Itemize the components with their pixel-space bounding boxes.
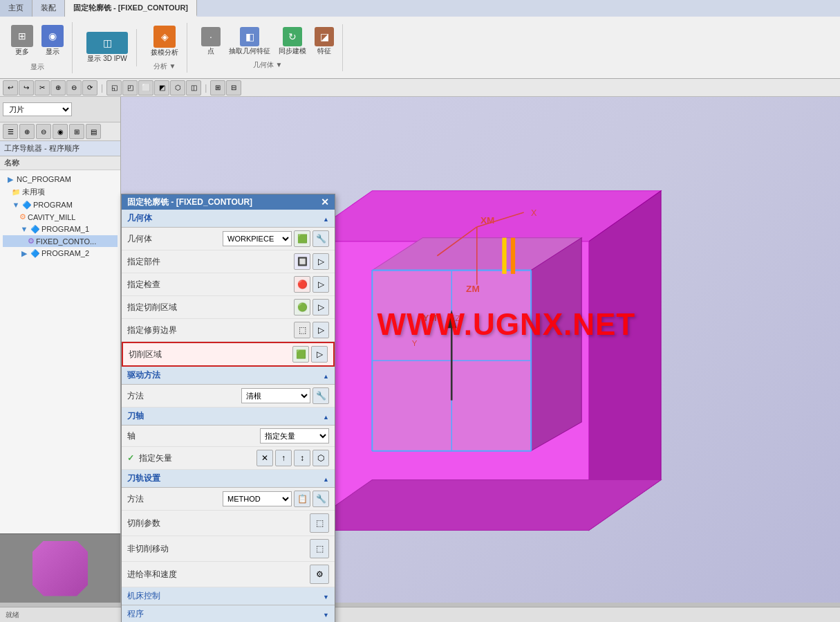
drive-method-dropdown[interactable]: 清根	[241, 388, 310, 403]
tool-dropdown[interactable]: 刀片	[3, 102, 72, 116]
geom-icon-btn2[interactable]: 🔧	[312, 230, 329, 247]
noncutmove-icon[interactable]: ⬚	[310, 539, 329, 558]
tb-btn-view4[interactable]: ◩	[154, 80, 169, 95]
cutarea-icon1[interactable]: 🟩	[292, 346, 309, 363]
tb-btn-5[interactable]: ⊖	[66, 80, 82, 95]
tb-btn-1[interactable]: ↩	[3, 80, 18, 95]
cutparam-icon[interactable]: ⬚	[310, 513, 329, 533]
tree-item-unused[interactable]: 📁 未用项	[3, 185, 118, 199]
drive-section-header[interactable]: 驱动方法	[122, 367, 335, 385]
ribbon-btn-extract[interactable]: ◧ 抽取几何特征	[226, 26, 273, 57]
tb-btn-view3[interactable]: ⬜	[138, 80, 153, 95]
tp-method-icon1[interactable]: 📋	[294, 491, 310, 507]
tab-assembly[interactable]: 装配	[32, 0, 65, 17]
tp-method-icon2[interactable]: 🔧	[312, 491, 329, 507]
toolpath-row-method: 方法 METHOD 📋 🔧	[122, 488, 335, 511]
vector-icon1[interactable]: ✕	[256, 450, 273, 466]
ribbon-btn-sync[interactable]: ↻ 同步建模	[276, 26, 309, 57]
drive-method-icon[interactable]: 🔧	[312, 387, 329, 404]
program2-icon: ▶	[19, 248, 29, 258]
unused-label: 未用项	[22, 187, 45, 197]
feedrate-icon[interactable]: ⚙	[310, 565, 329, 584]
trim-controls: ⬚ ▷	[294, 322, 329, 338]
ribbon-btn-3dipw[interactable]: ◫ 显示 3D IPW	[84, 30, 131, 65]
tree-item-nc[interactable]: ▶ NC_PROGRAM	[3, 173, 118, 185]
drive-method-label: 方法	[127, 390, 241, 402]
tb-left-4[interactable]: ⊞	[69, 124, 84, 139]
tb-btn-snap1[interactable]: ⊞	[210, 80, 225, 95]
tb-btn-4[interactable]: ⊕	[50, 80, 66, 95]
tb-btn-view6[interactable]: ◫	[186, 80, 201, 95]
toolaxis-row-vector: ✓ 指定矢量 ✕ ↑ ↕ ⬡	[122, 447, 335, 470]
vector-icon3[interactable]: ↕	[294, 450, 310, 466]
ribbon-section-geometry: · 点 ◧ 抽取几何特征 ↻ 同步建模 ◪ 特征 几何体 ▼	[193, 24, 343, 71]
geom-dropdown[interactable]: WORKPIECE	[223, 231, 292, 246]
tree-item-program1[interactable]: ▼ 🔷 PROGRAM_1	[3, 223, 118, 235]
tab-active[interactable]: 固定轮廓铣 - [FIXED_CONTOUR]	[65, 0, 197, 17]
cut-icon1[interactable]: 🟢	[294, 299, 310, 315]
tb-left-1[interactable]: ⊕	[19, 124, 35, 139]
tb-left-3[interactable]: ◉	[53, 124, 68, 139]
tb-btn-view2[interactable]: ◰	[122, 80, 138, 95]
geometry-section-header[interactable]: 几何体	[122, 210, 335, 228]
tb-menu[interactable]: ☰	[3, 124, 18, 139]
tree-item-fixed[interactable]: ⚙ FIXED_CONTO...	[3, 235, 118, 247]
program-icon: ▼	[11, 200, 21, 210]
tb-btn-snap2[interactable]: ⊟	[226, 80, 241, 95]
geom-icon-btn1[interactable]: 🟩	[294, 230, 310, 247]
toolpath-section-header[interactable]: 刀轨设置	[122, 470, 335, 488]
program2-label: PROGRAM_2	[41, 249, 89, 257]
main-ribbon: ⊞ 更多 ◉ 显示 显示 ◫ 显示 3D IPW ◈ 拨模分析 分析 ▼ · 点	[0, 17, 840, 79]
dialog-body: 几何体 几何体 WORKPIECE 🟩 🔧 指定部件 🔲	[122, 210, 335, 622]
thumbnail-shape	[32, 541, 88, 596]
ribbon-btn-more[interactable]: ⊞ 更多	[8, 24, 36, 58]
tb-btn-3[interactable]: ✂	[35, 80, 50, 95]
ribbon-btn-point[interactable]: · 点	[198, 26, 223, 57]
trim-icon2[interactable]: ▷	[312, 322, 329, 338]
part-icon2[interactable]: ▷	[312, 253, 329, 270]
tp-method-dropdown[interactable]: METHOD	[223, 491, 292, 506]
dialog-close-btn[interactable]: ✕	[321, 196, 329, 208]
tb-btn-2[interactable]: ↪	[19, 80, 34, 95]
program-badge: 🔷	[22, 201, 32, 210]
display-icon: ◉	[41, 25, 64, 47]
tool-selector-area: 刀片	[0, 97, 120, 122]
tb-btn-view5[interactable]: ⬡	[170, 80, 185, 95]
axis-dropdown[interactable]: 指定矢量	[260, 428, 329, 443]
program-section[interactable]: 程序	[122, 605, 335, 622]
more-icon: ⊞	[11, 25, 33, 47]
tb-left-5[interactable]: ▤	[86, 124, 101, 139]
feedrate-controls: ⚙	[310, 565, 329, 584]
tb-btn-6[interactable]: ⟳	[82, 80, 97, 95]
part-icon1[interactable]: 🔲	[294, 253, 310, 270]
geom-controls: WORKPIECE 🟩 🔧	[223, 230, 329, 247]
tb-left-2[interactable]: ⊖	[36, 124, 51, 139]
ribbon-section-analysis: ◈ 拨模分析 分析 ▼	[142, 23, 187, 73]
ribbon-btn-display[interactable]: ◉ 显示	[39, 24, 66, 58]
tree-item-program2[interactable]: ▶ 🔷 PROGRAM_2	[3, 247, 118, 259]
ribbon-btn-feature[interactable]: ◪ 特征	[312, 26, 337, 57]
trim-icon1[interactable]: ⬚	[294, 322, 310, 338]
tree-item-cavity[interactable]: ⚙ CAVITY_MILL	[3, 211, 118, 223]
toolaxis-section-header[interactable]: 刀轴	[122, 408, 335, 426]
cavity-icon: ⚙	[19, 212, 26, 221]
vector-icon2[interactable]: ↑	[275, 450, 292, 466]
cut-icon2[interactable]: ▷	[312, 299, 329, 315]
check-icon1[interactable]: 🔴	[294, 276, 310, 293]
tb-btn-view1[interactable]: ◱	[106, 80, 122, 95]
nav-title: 工序导航器 - 程序顺序	[0, 141, 120, 156]
fixed-contour-dialog: 固定轮廓铣 - [FIXED_CONTOUR] ✕ 几何体 几何体 WORKPI…	[121, 194, 335, 622]
tab-home[interactable]: 主页	[0, 0, 32, 17]
vector-icon4[interactable]: ⬡	[312, 450, 329, 466]
cutarea-icon2[interactable]: ▷	[311, 346, 328, 363]
dialog-titlebar: 固定轮廓铣 - [FIXED_CONTOUR] ✕	[122, 194, 335, 210]
dialog-title: 固定轮廓铣 - [FIXED_CONTOUR]	[127, 196, 252, 208]
ribbon-btn-draft[interactable]: ◈ 拨模分析	[148, 24, 181, 59]
display-label: 显示	[46, 47, 59, 57]
cutparam-controls: ⬚	[310, 513, 329, 533]
tree-item-program[interactable]: ▼ 🔷 PROGRAM	[3, 199, 118, 211]
svg-rect-25	[511, 238, 515, 274]
nc-label: NC_PROGRAM	[17, 175, 71, 183]
machine-control-section[interactable]: 机床控制	[122, 587, 335, 605]
check-icon2[interactable]: ▷	[312, 276, 329, 293]
